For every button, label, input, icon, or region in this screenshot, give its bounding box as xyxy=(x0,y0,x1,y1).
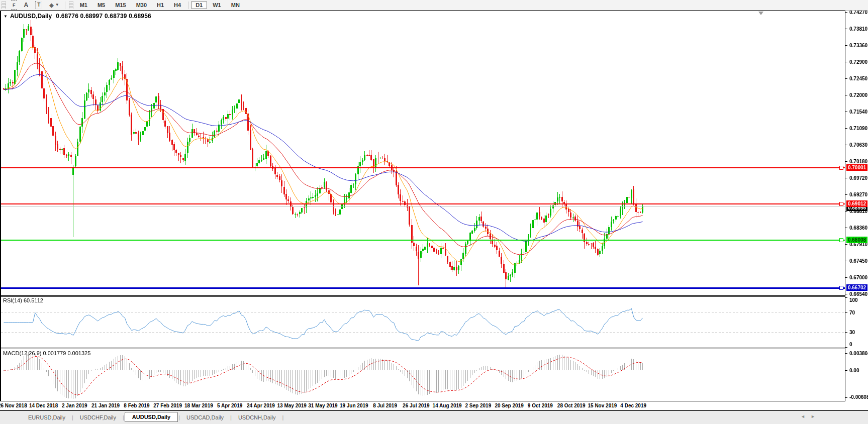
toolbar-grip[interactable] xyxy=(2,2,6,9)
symbol-dropdown-icon[interactable]: ▼ xyxy=(4,14,8,19)
timeframe-button-m30[interactable]: M30 xyxy=(132,1,151,9)
price-chart-canvas[interactable] xyxy=(0,0,868,402)
rsi-tick-label: 70 xyxy=(849,310,855,315)
price-tick-label: 0.71540 xyxy=(849,109,867,115)
chart-title: ▼AUDUSD,Daily0.68776 0.68997 0.68739 0.6… xyxy=(4,13,151,20)
chart-ohlc-values: 0.68776 0.68997 0.68739 0.68956 xyxy=(56,13,151,20)
chart-tab-bar: EURUSD,Daily|USDCHF,Daily|AUDUSD,Daily|U… xyxy=(0,411,868,424)
tab-separator: | xyxy=(230,414,232,420)
tab-separator: | xyxy=(123,414,124,420)
toolbar-separator xyxy=(188,2,188,9)
chart-tab-usdcnh[interactable]: USDCNH,Daily xyxy=(232,413,282,422)
macd-tick-label: 0.00 xyxy=(849,368,859,373)
timeframe-toolbar-grip[interactable] xyxy=(69,2,73,9)
price-tick-label: 0.72450 xyxy=(849,76,867,81)
price-line-label-0.70001: 0.70001 xyxy=(846,164,867,171)
tab-separator: | xyxy=(282,414,283,420)
toolbar-separator xyxy=(65,2,65,9)
chart-shift-marker-icon[interactable] xyxy=(758,12,763,15)
tab-separator: | xyxy=(72,414,73,420)
timeframe-button-w1[interactable]: W1 xyxy=(208,1,226,9)
price-tick-label: 0.72000 xyxy=(849,92,867,98)
chart-tab-eurusd[interactable]: EURUSD,Daily xyxy=(22,413,71,422)
rsi-tick-label: 0 xyxy=(849,342,852,347)
scroll-right-arrow[interactable]: ► xyxy=(811,414,815,419)
price-tick-label: 0.73360 xyxy=(849,43,867,48)
chart-tab-usdcad[interactable]: USDCAD,Daily xyxy=(180,413,230,422)
top-toolbar: FAT◆▼ M1M5M15M30H1H4D1W1MN xyxy=(0,0,868,11)
drawing-tools-group: FAT◆▼ xyxy=(8,1,67,10)
macd-indicator-label: MACD(12,26,9) 0.001779 0.001325 xyxy=(3,350,90,356)
macd-tick-label: 0.003804 xyxy=(849,351,868,356)
date-axis[interactable]: 26 Nov 201814 Dec 20182 Jan 201921 Jan 2… xyxy=(0,402,868,410)
rsi-indicator-label: RSI(14) 60.5112 xyxy=(3,297,43,303)
scroll-left-arrow[interactable]: ◄ xyxy=(801,414,805,419)
rsi-tick-label: 30 xyxy=(849,330,855,335)
timeframe-button-h4[interactable]: H4 xyxy=(169,1,185,9)
price-tick-label: 0.69720 xyxy=(849,175,867,181)
price-tick-label: 0.73810 xyxy=(849,26,867,32)
shapes-dropdown-icon[interactable]: ▼ xyxy=(55,2,59,9)
price-tick-label: 0.67450 xyxy=(849,258,867,264)
price-tick-label: 0.70630 xyxy=(849,142,867,148)
shapes-icon[interactable]: ◆ xyxy=(49,2,53,9)
label-icon[interactable]: T xyxy=(35,1,42,9)
price-line-label-0.69012: 0.69012 xyxy=(846,200,867,207)
timeframe-button-m5[interactable]: M5 xyxy=(93,1,110,9)
chart-tab-usdchf[interactable]: USDCHF,Daily xyxy=(74,413,122,422)
chart-tab-audusd[interactable]: AUDUSD,Daily xyxy=(125,412,178,422)
tab-separator: | xyxy=(178,414,180,420)
price-tick-label: 0.71090 xyxy=(849,126,867,131)
price-tick-label: 0.72900 xyxy=(849,59,867,65)
text-icon[interactable]: A xyxy=(24,2,29,9)
price-axis[interactable]: 0.742700.738100.733600.729000.724500.720… xyxy=(845,0,868,402)
price-line-label-0.66702: 0.66702 xyxy=(846,284,867,291)
price-line-label-0.68008: 0.68008 xyxy=(846,237,867,243)
price-tick-label: 0.66540 xyxy=(849,291,867,297)
date-tick-label: 4 Dec 2019 xyxy=(611,403,656,408)
price-tick-label: 0.67000 xyxy=(849,275,867,280)
timeframe-button-d1[interactable]: D1 xyxy=(191,1,207,9)
fibonacci-icon[interactable]: F xyxy=(11,1,17,10)
rsi-tick-label: 100 xyxy=(849,297,858,303)
chart-symbol-label: AUDUSD,Daily xyxy=(10,13,52,20)
timeframe-button-mn[interactable]: MN xyxy=(227,1,244,9)
timeframe-button-h1[interactable]: H1 xyxy=(152,1,168,9)
macd-tick-label: -0.006087 xyxy=(849,394,868,400)
timeframe-button-m1[interactable]: M1 xyxy=(75,1,92,9)
timeframe-button-m15[interactable]: M15 xyxy=(111,1,130,9)
price-tick-label: 0.70180 xyxy=(849,159,867,164)
price-tick-label: 0.68360 xyxy=(849,225,867,231)
timeframe-buttons: M1M5M15M30H1H4D1W1MN xyxy=(75,1,245,9)
price-tick-label: 0.69270 xyxy=(849,192,867,197)
